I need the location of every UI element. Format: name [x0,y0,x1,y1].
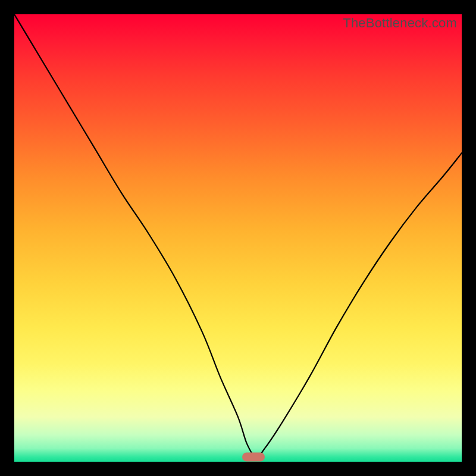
chart-frame: TheBottleneck.com [0,0,476,476]
minimum-marker [242,453,265,462]
bottleneck-curve [14,14,462,462]
curve-path [14,14,462,458]
plot-area: TheBottleneck.com [14,14,462,462]
